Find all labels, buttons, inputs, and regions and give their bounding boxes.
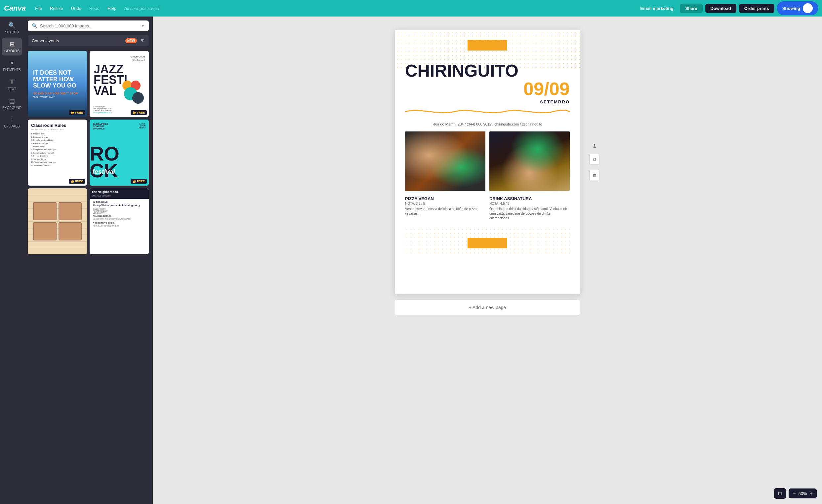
canvas-wrapper: CHIRINGUITO 09/09 SETEMBRO Rua do Marrin… — [395, 30, 580, 294]
present-icon: ⊡ — [778, 491, 782, 496]
canvas-subtitle: SETEMBRO — [405, 99, 570, 104]
sidebar: 🔍 SEARCH ⊞ LAYOUTS ✦ ELEMENTS T TEXT ▤ B… — [0, 17, 24, 504]
list-item: 10. Work hard and have fun — [31, 161, 84, 164]
canvas-title: CHIRINGUITO — [405, 63, 518, 79]
page-number: 1 — [593, 143, 596, 149]
sidebar-item-label: UPLOADS — [4, 125, 20, 128]
all-changes-status: All changes saved — [124, 6, 159, 11]
email-marketing-button[interactable]: Email marketing — [636, 4, 677, 13]
delete-page-button[interactable]: 🗑 — [589, 170, 600, 180]
title-date-row: CHIRINGUITO 09/09 — [405, 63, 570, 98]
sidebar-item-elements[interactable]: ✦ ELEMENTS — [2, 57, 22, 74]
template-card-neighborhood[interactable]: The Neighborhood LIFESTYLE NETWORK IN TH… — [90, 188, 149, 254]
sidebar-item-label: SEARCH — [5, 30, 19, 34]
zoom-controls: − 50% + — [789, 488, 817, 498]
order-prints-button[interactable]: Order prints — [739, 4, 774, 13]
file-menu[interactable]: File — [32, 5, 45, 12]
list-item: 2. Be ready to learn — [31, 136, 84, 139]
sidebar-item-search[interactable]: 🔍 SEARCH — [2, 19, 22, 37]
zoom-out-button[interactable]: − — [793, 490, 796, 496]
pizza-desc: Venha provar a nossa deliciosa seleção d… — [405, 207, 485, 216]
bottom-toolbar: ⊡ − 50% + — [774, 488, 817, 499]
zoom-in-button[interactable]: + — [810, 490, 813, 496]
jazz-subtitle: Grove Court5th Annual — [130, 55, 145, 62]
list-item: 8. Follow directions — [31, 155, 84, 158]
redo-button[interactable]: Redo — [87, 5, 102, 12]
sidebar-item-label: TEXT — [8, 87, 16, 91]
search-bar[interactable]: 🔍 ▼ — [28, 20, 149, 31]
template-card-jazz[interactable]: Grove Court5th Annual JAZZFESTIVAL 10am … — [90, 51, 149, 117]
template-card-motivational[interactable]: IT DOES NOT MATTER HOW SLOW YOU GO SO LO… — [28, 51, 87, 117]
sidebar-item-label: LAYOUTS — [4, 49, 19, 53]
canvas-items: PIZZA VEGAN NOTA: 3.5 / 5 Venha provar a… — [405, 196, 570, 221]
design-canvas: CHIRINGUITO 09/09 SETEMBRO Rua do Marrin… — [395, 30, 579, 264]
top-navigation: Canva File Resize Undo Redo Help All cha… — [0, 0, 822, 17]
nh-item-2: A BEGINNER'S GUIDE: — [93, 222, 145, 224]
canvas-item-drink: DRINK ASSINATURA NOTA: 4.5 / 5 Os melhor… — [489, 196, 570, 221]
filter-bar[interactable]: Canva layouts NEW ▼ — [28, 35, 149, 46]
pizza-rating: NOTA: 3.5 / 5 — [405, 202, 485, 205]
background-icon: ▤ — [9, 97, 15, 105]
search-input[interactable] — [40, 23, 138, 28]
drink-image — [489, 131, 570, 191]
bottom-decoration — [405, 227, 570, 254]
neighborhood-header: The Neighborhood — [92, 190, 147, 194]
crown-icon: 👑 — [132, 180, 136, 183]
sidebar-item-text[interactable]: T TEXT — [2, 76, 22, 93]
showing-button[interactable]: Showing — [777, 1, 818, 15]
list-item: 7. Keep hands to yourself — [31, 152, 84, 155]
canva-logo: Canva — [4, 4, 26, 13]
nh-item-1: ALL HELL BREAKS — [93, 215, 145, 217]
share-button[interactable]: Share — [680, 4, 702, 13]
undo-button[interactable]: Undo — [68, 5, 84, 12]
elements-icon: ✦ — [10, 59, 15, 67]
nh-desc-1: LOOSE WITH THE QUEEN'S NEW RELEASE — [93, 218, 145, 220]
sidebar-item-label: BKGROUND — [2, 106, 21, 110]
canvas-container[interactable]: CHIRINGUITO 09/09 SETEMBRO Rua do Marrin… — [395, 30, 580, 294]
list-item: 5. Be respectful — [31, 145, 84, 148]
list-item: 6. Say please and thank you — [31, 148, 84, 152]
nh-desc-2: NEW BLUETOOTH SPEAKERS — [93, 225, 145, 227]
crown-icon: 👑 — [71, 111, 74, 114]
text-icon: T — [10, 78, 14, 86]
copy-page-button[interactable]: ⧉ — [589, 154, 600, 164]
drink-desc: Os melhores drink da cidade estão aqui. … — [489, 207, 570, 221]
dropdown-icon[interactable]: ▼ — [141, 23, 145, 28]
user-avatar — [803, 3, 813, 13]
canvas-contact: Rua do Marrin, 234 / (344) 888 9012 / ch… — [405, 122, 570, 126]
sidebar-item-layouts[interactable]: ⊞ LAYOUTS — [2, 38, 22, 55]
free-badge-rock: 👑 FREE — [131, 179, 147, 184]
free-badge: 👑 FREE — [69, 110, 85, 115]
sidebar-item-label: ELEMENTS — [3, 68, 21, 72]
sidebar-item-background[interactable]: ▤ BKGROUND — [2, 95, 22, 112]
filter-dropdown-icon[interactable]: ▼ — [139, 38, 145, 44]
template-card-rock[interactable]: BLOOMFIELDCONCERTGROUNDS GATESOPENAT 6PM… — [90, 120, 149, 186]
neighborhood-post: Casey Weiss posts his last vlog entry — [93, 204, 145, 207]
list-item: 9. Try new things — [31, 158, 84, 161]
drink-title: DRINK ASSINATURA — [489, 196, 570, 201]
canvas-images — [405, 131, 570, 191]
sidebar-item-uploads[interactable]: ↑ UPLOADS — [2, 114, 22, 131]
present-button[interactable]: ⊡ — [774, 488, 786, 499]
pizza-image — [405, 131, 485, 191]
resize-button[interactable]: Resize — [47, 5, 66, 12]
download-button[interactable]: Download — [705, 4, 736, 13]
crown-icon: 👑 — [132, 111, 136, 114]
free-badge-jazz: 👑 FREE — [131, 110, 147, 115]
free-badge-classroom: 👑 FREE — [69, 179, 85, 184]
list-item: 3. Eyes forward and listen — [31, 139, 84, 142]
search-icon: 🔍 — [8, 22, 16, 29]
main-canvas-area: CHIRINGUITO 09/09 SETEMBRO Rua do Marrin… — [153, 17, 822, 504]
filter-label: Canva layouts — [32, 38, 123, 43]
list-item: 4. Raise your hand — [31, 142, 84, 145]
template-card-cassette[interactable] — [28, 188, 87, 254]
add-page-bar[interactable]: + Add a new page — [395, 299, 580, 316]
rock-date: GATESOPENAT 6PM — [138, 123, 145, 129]
crown-icon: 👑 — [71, 180, 74, 183]
zoom-level: 50% — [799, 491, 807, 496]
help-button[interactable]: Help — [105, 5, 119, 12]
wave-divider — [405, 108, 570, 117]
template-card-classroom[interactable]: Classroom Rules MR. WILSON'S 4TH GRADE C… — [28, 120, 87, 186]
motivational-main-text: IT DOES NOT MATTER HOW SLOW YOU GO — [33, 70, 82, 89]
drink-rating: NOTA: 4.5 / 5 — [489, 202, 570, 205]
